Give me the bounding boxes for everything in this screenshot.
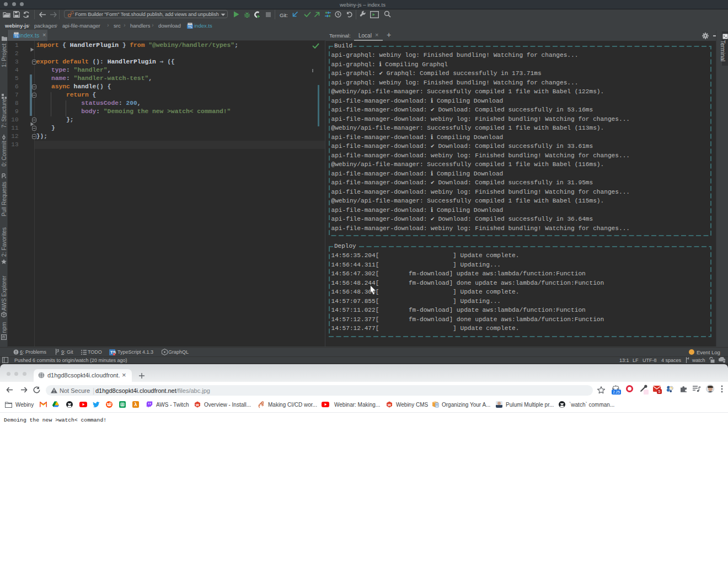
svg-text:w: w — [387, 402, 391, 407]
svg-text:TS: TS — [14, 35, 19, 38]
svg-text:TS: TS — [188, 25, 192, 29]
svg-text:w: w — [195, 402, 199, 407]
